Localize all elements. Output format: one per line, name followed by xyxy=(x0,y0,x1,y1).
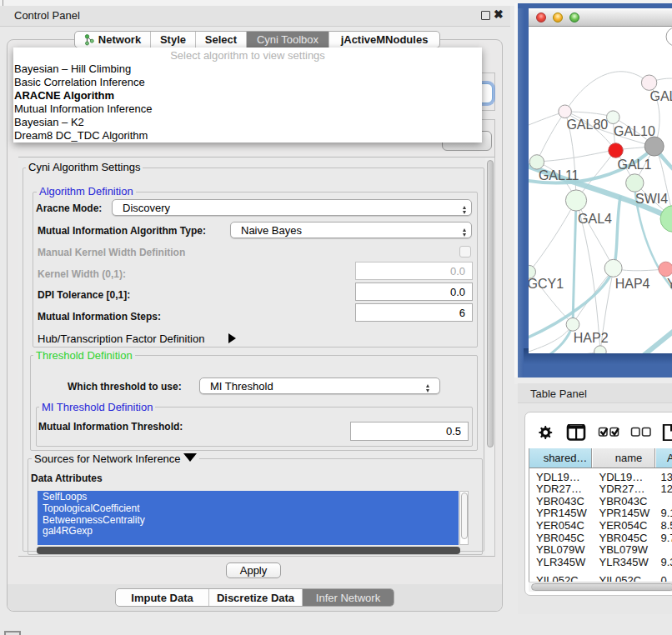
svg-text:GCY1: GCY1 xyxy=(529,277,564,291)
svg-text:GAL1: GAL1 xyxy=(618,158,652,172)
svg-text:HAP2: HAP2 xyxy=(574,331,609,345)
svg-text:SWI4: SWI4 xyxy=(635,192,668,206)
svg-text:GAL11: GAL11 xyxy=(539,168,579,182)
svg-text:GAL10: GAL10 xyxy=(614,124,655,138)
svg-text:GAL7: GAL7 xyxy=(650,89,672,103)
svg-text:HAP4: HAP4 xyxy=(615,277,650,291)
svg-text:YEL: YEL xyxy=(667,277,672,291)
svg-text:GAL80: GAL80 xyxy=(566,118,608,132)
svg-text:GAL4: GAL4 xyxy=(578,212,612,226)
